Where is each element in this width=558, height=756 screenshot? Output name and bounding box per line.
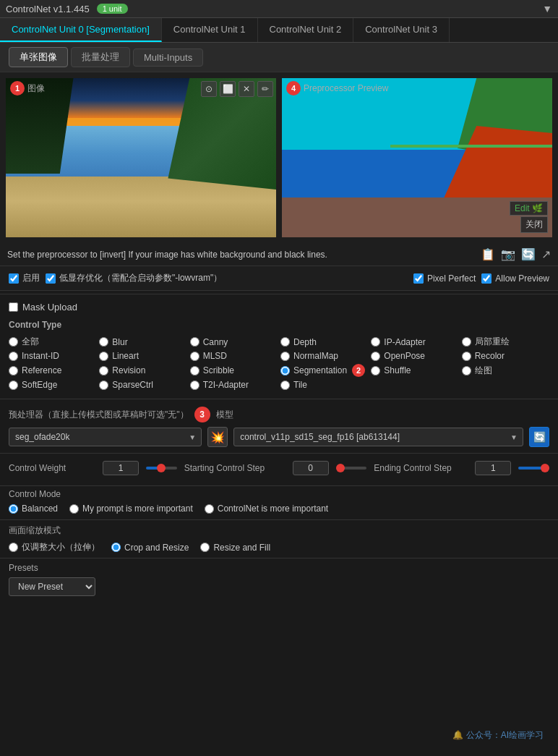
preview-num-badge: 4 xyxy=(286,81,301,95)
image-label: 1 图像 xyxy=(10,81,45,95)
ctrl-type-sparsectrl[interactable]: SparseCtrl xyxy=(99,380,186,390)
preprocessor-num-badge: 3 xyxy=(194,407,210,422)
info-icons: 📋 📷 🔄 ↗ xyxy=(481,247,551,261)
refresh-icon: 🔄 xyxy=(533,431,546,443)
refresh-icon[interactable]: 🔄 xyxy=(521,247,536,261)
image-controls: ⊙ ⬜ ✕ ✏ xyxy=(201,81,273,97)
allow-preview-checkbox[interactable]: Allow Preview xyxy=(481,273,549,284)
preprocessor-select-wrapper[interactable]: seg_ofade20k ▼ xyxy=(9,428,202,446)
collapse-arrow[interactable]: ▼ xyxy=(542,3,552,14)
ctrl-type-depth[interactable]: Depth xyxy=(280,336,368,348)
app-title: ControlNet v1.1.445 xyxy=(6,4,90,14)
ctrl-type-reference[interactable]: Reference xyxy=(9,364,96,377)
model-section-label: 模型 xyxy=(216,409,233,421)
img-ctrl-fullscreen[interactable]: ⬜ xyxy=(220,81,236,97)
resize-mode-title: 画面缩放模式 xyxy=(9,524,549,537)
mode-controlnet-more[interactable]: ControlNet is more important xyxy=(205,504,328,514)
run-preprocessor-button[interactable]: 💥 xyxy=(207,427,228,447)
control-type-grid: 全部 Blur Canny Depth IP-Adapter 局部重绘 Inst… xyxy=(0,333,558,396)
ctrl-type-instant-id[interactable]: Instant-ID xyxy=(9,351,96,361)
seg-close-button[interactable]: 关闭 xyxy=(520,216,548,233)
tab-unit3[interactable]: ControlNet Unit 3 xyxy=(353,18,450,42)
preprocessor-preview-panel: 4 Preprocessor Preview ⬇ Edit 🌿 关闭 xyxy=(282,78,552,237)
resize-fill[interactable]: Resize and Fill xyxy=(200,543,270,553)
ending-step-slider[interactable] xyxy=(518,467,549,470)
refresh-models-button[interactable]: 🔄 xyxy=(529,427,549,447)
select-row: seg_ofade20k ▼ 💥 control_v11p_sd15_seg_f… xyxy=(0,424,558,450)
pixel-perfect-checkbox[interactable]: Pixel Perfect xyxy=(413,273,476,284)
beach-image xyxy=(6,78,276,237)
control-weight-slider[interactable] xyxy=(146,467,177,470)
presets-row: New Preset xyxy=(9,577,549,596)
control-mode-row: Balanced My prompt is more important Con… xyxy=(9,504,549,514)
ctrl-type-lineart[interactable]: Lineart xyxy=(99,351,186,361)
seg-badge: 2 xyxy=(352,364,365,377)
control-type-label: Control Type xyxy=(0,317,558,333)
ctrl-type-blur[interactable]: Blur xyxy=(99,336,186,348)
ctrl-type-scribble[interactable]: Scribble xyxy=(190,364,278,377)
ctrl-type-ip-adapter[interactable]: IP-Adapter xyxy=(371,336,458,348)
options-row: 启用 低显存优化（需配合启动参数"-lowvram"） Pixel Perfec… xyxy=(9,272,549,284)
ctrl-type-recolor[interactable]: Recolor xyxy=(462,351,549,361)
image-num-badge: 1 xyxy=(10,81,25,95)
seg-edit-button[interactable]: Edit 🌿 xyxy=(510,201,548,216)
resize-mode-row: 仅调整大小（拉伸） Crop and Resize Resize and Fil… xyxy=(9,541,549,553)
subtab-multi[interactable]: Multi-Inputs xyxy=(133,48,203,67)
divider-1 xyxy=(0,294,558,294)
sub-tab-row: 单张图像 批量处理 Multi-Inputs xyxy=(0,43,558,72)
ending-step-value[interactable] xyxy=(475,461,511,475)
img-ctrl-zoom[interactable]: ⊙ xyxy=(201,81,217,97)
tab-unit2[interactable]: ControlNet Unit 2 xyxy=(258,18,354,42)
image-upload-panel[interactable]: 1 图像 ⊙ ⬜ ✕ ✏ xyxy=(6,78,276,237)
ctrl-type-normalmap[interactable]: NormalMap xyxy=(280,351,368,361)
send-icon[interactable]: ↗ xyxy=(541,247,551,261)
preprocessor-select[interactable]: seg_ofade20k xyxy=(9,428,202,446)
ctrl-type-shuffle[interactable]: Shuffle xyxy=(371,364,458,377)
ctrl-type-softedge[interactable]: SoftEdge xyxy=(9,380,96,390)
resize-crop[interactable]: Crop and Resize xyxy=(111,543,189,553)
resize-mode-section: 画面缩放模式 仅调整大小（拉伸） Crop and Resize Resize … xyxy=(0,519,558,558)
ctrl-type-segmentation[interactable]: Segmentation2 xyxy=(280,364,368,377)
subtab-batch[interactable]: 批量处理 xyxy=(71,47,130,67)
ctrl-type-revision[interactable]: Revision xyxy=(99,364,186,377)
divider-2 xyxy=(0,399,558,399)
top-bar: ControlNet v1.1.445 1 unit ▼ xyxy=(0,0,558,18)
unit-badge: 1 unit xyxy=(97,4,128,14)
camera-icon[interactable]: 📷 xyxy=(501,247,515,261)
preset-select[interactable]: New Preset xyxy=(9,577,95,596)
ctrl-type-t2i[interactable]: T2I-Adapter xyxy=(190,380,278,390)
starting-step-label: Starting Control Step xyxy=(184,463,286,473)
ctrl-type-draw[interactable]: 绘图 xyxy=(462,364,549,377)
img-ctrl-edit[interactable]: ✏ xyxy=(257,81,273,97)
presets-section: Presets New Preset xyxy=(0,558,558,600)
starting-step-slider[interactable] xyxy=(336,467,367,470)
ctrl-type-all[interactable]: 全部 xyxy=(9,336,96,348)
tab-unit0[interactable]: ControlNet Unit 0 [Segmentation] xyxy=(0,18,162,42)
lowram-checkbox[interactable]: 低显存优化（需配合启动参数"-lowvram"） xyxy=(46,272,408,284)
slider-section: Control Weight Starting Control Step End… xyxy=(0,456,558,485)
mask-upload-checkbox[interactable] xyxy=(9,302,18,312)
ctrl-type-local[interactable]: 局部重绘 xyxy=(462,336,549,348)
model-select-wrapper[interactable]: control_v11p_sd15_seg_fp16 [ab613144] ▼ xyxy=(233,428,523,446)
mask-upload-label: Mask Upload xyxy=(22,302,77,313)
copy-icon[interactable]: 📋 xyxy=(481,247,495,261)
img-ctrl-close[interactable]: ✕ xyxy=(239,81,254,97)
options-section: 启用 低显存优化（需配合启动参数"-lowvram"） Pixel Perfec… xyxy=(0,266,558,291)
divider-3 xyxy=(0,453,558,454)
starting-step-value[interactable] xyxy=(293,461,329,475)
mode-balanced[interactable]: Balanced xyxy=(9,504,58,514)
enable-checkbox[interactable]: 启用 xyxy=(9,272,40,284)
model-select[interactable]: control_v11p_sd15_seg_fp16 [ab613144] xyxy=(233,428,523,446)
control-weight-value[interactable] xyxy=(103,461,139,475)
resize-stretch[interactable]: 仅调整大小（拉伸） xyxy=(9,541,100,553)
control-mode-title: Control Mode xyxy=(9,489,549,499)
ctrl-type-mlsd[interactable]: MLSD xyxy=(190,351,278,361)
tab-unit1[interactable]: ControlNet Unit 1 xyxy=(162,18,258,42)
subtab-single[interactable]: 单张图像 xyxy=(9,47,68,67)
preprocessor-label-row: 预处理器（直接上传模式图或草稿时可选"无"） 3 模型 xyxy=(0,402,558,424)
ctrl-type-tile[interactable]: Tile xyxy=(280,380,368,390)
mode-prompt-more[interactable]: My prompt is more important xyxy=(69,504,193,514)
ctrl-type-openpose[interactable]: OpenPose xyxy=(371,351,458,361)
info-text: Set the preprocessor to [invert] If your… xyxy=(7,250,327,260)
ctrl-type-canny[interactable]: Canny xyxy=(190,336,278,348)
